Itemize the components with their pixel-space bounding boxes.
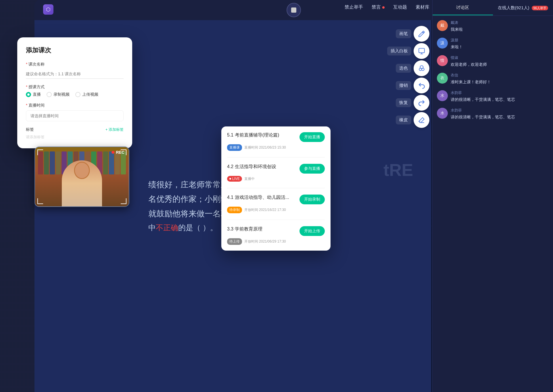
undo-label: 撤销 (396, 81, 411, 90)
message-name: 水韵菲 (451, 108, 549, 113)
name-input[interactable] (26, 69, 124, 79)
brush-button[interactable] (414, 26, 429, 42)
list-item: 4.1 游戏活动指导、幼儿园活... 开始录制 待录制 开放时间 2021/16… (227, 195, 325, 220)
add-tag-button[interactable]: + 添加标签 (105, 127, 124, 132)
rec-label: REC (116, 150, 124, 155)
redo-label: 恢复 (396, 98, 411, 107)
nav-ban-hands[interactable]: 禁止举手 (345, 4, 363, 10)
radio-upload[interactable]: 上传视频 (75, 92, 98, 97)
message-content: 衣信 准时来上课！老师好！ (451, 73, 549, 85)
toolbar-item-brush: 画笔 (387, 26, 429, 42)
time-field: * 直播时间 (26, 103, 124, 121)
card-title: 添加课次 (26, 46, 124, 55)
chat-messages[interactable]: 戴 戴涛 我来啦 汲 汲朋 来啦！ 惜 惜淑 欢迎老师，欢迎老师 衣 衣信 准 (433, 16, 553, 392)
tab-online[interactable]: 在线人数(921人) 96人举手 (493, 1, 553, 15)
message-text: 准时来上课！老师好！ (451, 79, 549, 85)
whiteboard-button[interactable] (414, 43, 429, 59)
message-content: 戴涛 我来啦 (451, 20, 549, 32)
toolbar-item-eraser: 橡皮 (387, 112, 429, 128)
meta-text: 直播时间 2021/06/23 15:30 (244, 145, 286, 150)
meta-text: 开放时间 2021/06/29 17:30 (244, 239, 286, 244)
lesson-item-header: 5.1 考前直播辅导(理论篇) 开始直播 (227, 132, 325, 142)
status-badge: 待录制 (227, 207, 242, 213)
radio-record[interactable]: 录制视频 (47, 92, 70, 97)
list-item: 水 水韵菲 讲的很清晰，干货满满，笔芯、笔芯 (437, 90, 549, 103)
eraser-label: 橡皮 (396, 116, 411, 124)
brush-label: 画笔 (396, 29, 411, 38)
toolbar-item-whiteboard: 插入白板 (387, 43, 429, 59)
tag-header: 标签 + 添加标签 (26, 127, 124, 132)
lesson-meta: LIVE 直播中 (227, 176, 325, 182)
book (50, 151, 55, 174)
eraser-button[interactable] (414, 112, 429, 128)
radio-live[interactable]: 直播 (26, 92, 41, 97)
message-text: 来啦！ (451, 44, 549, 50)
live-pulse (229, 178, 231, 180)
lesson-title: 3.3 学前教育原理 (227, 226, 297, 232)
undo-button[interactable] (414, 78, 429, 93)
join-live-button[interactable]: 参与直播 (299, 164, 325, 174)
book (121, 151, 126, 174)
lesson-item-header: 4.2 生活指导和环境创设 参与直播 (227, 164, 325, 174)
book (109, 151, 114, 174)
lesson-title: 4.1 游戏活动指导、幼儿园活... (227, 195, 297, 201)
color-button[interactable] (414, 60, 429, 76)
message-content: 水韵菲 讲的很清晰，干货满满，笔芯、笔芯 (451, 90, 549, 103)
book (103, 151, 108, 174)
lesson-title: 4.2 生活指导和环境创设 (227, 164, 297, 170)
color-label: 选色 (396, 64, 411, 73)
stop-icon (291, 7, 296, 13)
time-input[interactable] (26, 110, 124, 121)
stop-button[interactable] (287, 3, 301, 17)
status-badge: 待上传 (227, 238, 242, 245)
message-text: 我来啦 (451, 26, 549, 32)
start-live-button[interactable]: 开始直播 (299, 132, 325, 142)
avatar: 衣 (437, 73, 448, 84)
bookshelf-background (35, 147, 129, 206)
tag-label: 标签 (26, 127, 34, 132)
toolbar: 画笔 插入白板 选色 撤销 (387, 26, 429, 128)
message-content: 汲朋 来啦！ (451, 38, 549, 50)
list-item: 戴 戴涛 我来啦 (437, 20, 549, 32)
lesson-item-header: 3.3 学前教育原理 开始上传 (227, 226, 325, 236)
lesson-title: 5.1 考前直播辅导(理论篇) (227, 132, 297, 138)
tab-discussion[interactable]: 讨论区 (433, 1, 493, 15)
nav-interactive[interactable]: 互动题 (393, 4, 407, 10)
redo-button[interactable] (414, 95, 429, 111)
nav-ban-speak[interactable]: 禁言 (372, 4, 385, 10)
message-name: 惜淑 (451, 55, 549, 60)
avatar: 水 (437, 90, 448, 101)
list-item: 3.3 学前教育原理 开始上传 待上传 开放时间 2021/06/29 17:3… (227, 226, 325, 245)
top-nav: 禁止举手 禁言 互动题 素材库 (345, 4, 429, 10)
logo-icon: ⬡ (43, 4, 53, 15)
avatar: 惜 (437, 55, 448, 66)
live-badge: 96人举手 (532, 6, 548, 10)
message-name: 衣信 (451, 73, 549, 78)
method-field-label: * 授课方式 (26, 84, 124, 90)
nav-materials[interactable]: 素材库 (416, 4, 429, 10)
status-badge: 直播课 (227, 144, 242, 151)
message-content: 惜淑 欢迎老师，欢迎老师 (451, 55, 549, 68)
online-tab-label: 在线人数(921人) (498, 5, 529, 10)
meta-text: 直播中 (244, 176, 255, 181)
nav-dot (382, 6, 385, 9)
start-upload-button[interactable]: 开始上传 (299, 226, 325, 236)
list-item: 衣 衣信 准时来上课！老师好！ (437, 73, 549, 85)
radio-circle-upload (75, 92, 80, 97)
message-name: 水韵菲 (451, 90, 549, 95)
radio-circle-record (47, 92, 52, 97)
add-lesson-card: 添加课次 * 课次名称 * 授课方式 直播 录制视频 上传 (17, 37, 132, 148)
book (38, 151, 43, 174)
list-item: 汲 汲朋 来啦！ (437, 38, 549, 50)
book (115, 151, 120, 174)
book (44, 151, 49, 174)
start-record-button[interactable]: 开始录制 (299, 195, 325, 204)
camera-preview: REC (34, 147, 129, 207)
list-item: 水 水韵菲 讲的很清晰，干货满满，笔芯、笔芯 (437, 108, 549, 120)
radio-circle-live (26, 92, 31, 97)
lesson-item-header: 4.1 游戏活动指导、幼儿园活... 开始录制 (227, 195, 325, 204)
avatar: 水 (437, 108, 448, 119)
lesson-meta: 直播课 直播时间 2021/06/23 15:30 (227, 144, 325, 151)
toolbar-item-redo: 恢复 (387, 95, 429, 111)
logo-area: ⬡ (43, 4, 53, 15)
